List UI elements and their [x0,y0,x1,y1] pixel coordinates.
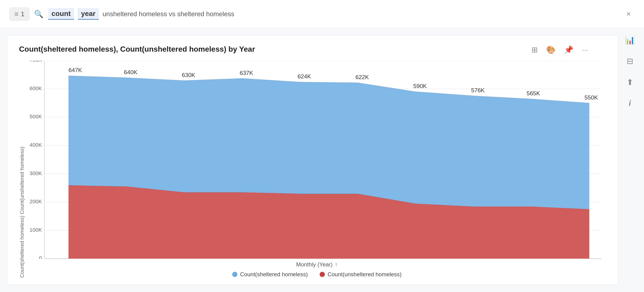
svg-text:400K: 400K [30,142,42,148]
legend-label-sheltered: Count(sheltered homeless) [240,271,308,278]
svg-text:500K: 500K [30,114,42,120]
svg-text:550K: 550K [584,94,598,101]
chart-svg-area: 0 100K 200K 300K 400K 500K 600K 700K [28,61,606,259]
svg-text:590K: 590K [413,83,427,89]
chart-toolbar: ⊞ 🎨 📌 ··· [530,44,590,56]
svg-text:624K: 624K [298,73,311,80]
chart-inner: 0 100K 200K 300K 400K 500K 600K 700K [28,61,606,278]
more-icon[interactable]: ··· [580,44,590,56]
svg-text:622K: 622K [356,74,369,80]
info-icon[interactable]: i [626,96,633,110]
legend-item-sheltered: Count(sheltered homeless) [232,271,308,278]
search-icon: 🔍 [34,10,44,18]
pill-year[interactable]: year [78,8,99,20]
search-bar: ≡ 1 🔍 count year unsheltered homeless vs… [0,0,644,28]
sort-icon: ↑ [335,262,338,268]
pill-count[interactable]: count [48,8,74,20]
chart-panel: Count(sheltered homeless), Count(unshelt… [7,35,618,285]
layers-icon: ≡ [14,10,18,18]
svg-text:100K: 100K [30,227,42,233]
chart-container: Count(sheltered homeless) Count(unshelte… [19,61,606,278]
tab-number: 1 [21,10,25,18]
palette-icon[interactable]: 🎨 [545,44,557,56]
y-axis-label: Count(sheltered homeless) Count(unshelte… [19,61,25,278]
svg-text:0: 0 [39,255,42,259]
filter-sliders-icon[interactable]: ⊟ [624,54,636,68]
svg-text:637K: 637K [240,70,253,76]
content-area: Count(sheltered homeless), Count(unshelt… [0,28,644,292]
close-button[interactable]: × [622,7,634,21]
svg-text:640K: 640K [124,69,138,75]
svg-text:565K: 565K [526,90,540,97]
chart-title: Count(sheltered homeless), Count(unshelt… [19,45,606,53]
svg-text:700K: 700K [30,61,42,63]
svg-text:630K: 630K [182,72,196,78]
legend-dot-sheltered [232,272,238,277]
tab-badge[interactable]: ≡ 1 [10,7,30,21]
bar-chart-icon[interactable]: 📊 [622,33,637,47]
funnel-icon[interactable]: ⬆ [624,75,636,89]
svg-text:300K: 300K [30,170,42,176]
search-query-text: unsheltered homeless vs sheltered homele… [102,10,234,18]
svg-text:600K: 600K [30,85,42,91]
svg-text:200K: 200K [30,199,42,204]
right-sidebar: 📊 ⊟ ⬆ i [618,28,642,292]
svg-text:647K: 647K [68,67,82,73]
legend-item-unsheltered: Count(unsheltered homeless) [320,271,402,278]
pin-icon[interactable]: 📌 [563,44,575,56]
x-axis-label: Monthly (Year) ↑ [28,261,606,268]
legend-dot-unsheltered [320,272,325,277]
legend-area: Count(sheltered homeless) Count(unshelte… [28,271,606,278]
svg-text:576K: 576K [471,87,485,93]
legend-label-unsheltered: Count(unsheltered homeless) [328,271,402,278]
search-pill: count year unsheltered homeless vs shelt… [48,8,234,20]
table-icon[interactable]: ⊞ [530,44,539,56]
chart-svg: 0 100K 200K 300K 400K 500K 600K 700K [28,61,606,259]
